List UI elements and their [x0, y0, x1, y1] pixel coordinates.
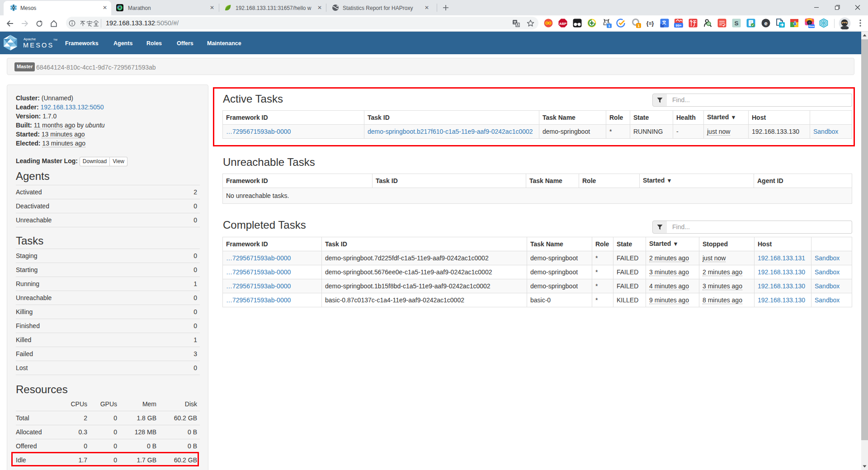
- svg-text:{≡}: {≡}: [646, 20, 654, 27]
- svg-text:1: 1: [637, 24, 640, 28]
- svg-text:New: New: [809, 25, 815, 28]
- svg-text:S: S: [734, 20, 738, 27]
- svg-text:1: 1: [608, 24, 610, 28]
- svg-text:99+: 99+: [675, 24, 682, 28]
- svg-text:e: e: [764, 20, 767, 27]
- svg-text:ABP: ABP: [559, 22, 566, 26]
